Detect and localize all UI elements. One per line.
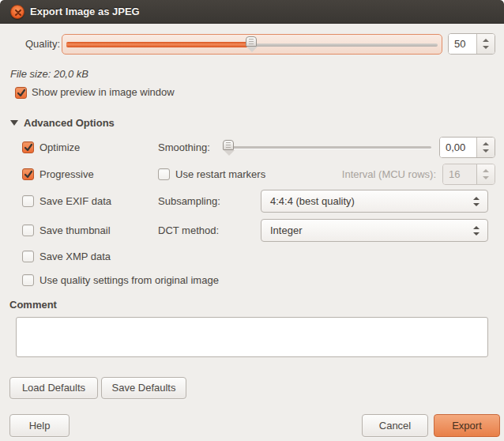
subsampling-label: Subsampling:: [158, 190, 220, 213]
interval-spin-arrows: [476, 164, 495, 184]
spin-up-icon[interactable]: [483, 39, 489, 42]
check-icon: [24, 143, 33, 153]
restart-markers-label[interactable]: Use restart markers: [175, 166, 265, 183]
close-icon: [13, 8, 23, 17]
cancel-button[interactable]: Cancel: [362, 414, 428, 437]
window-title: Export Image as JPEG: [30, 0, 140, 24]
advanced-options-header[interactable]: Advanced Options: [24, 117, 115, 129]
comment-label: Comment: [9, 299, 57, 311]
quality-spin-arrows[interactable]: [476, 34, 495, 54]
quality-label: Quality:: [25, 34, 60, 55]
interval-spinbox: 16: [442, 164, 495, 185]
progressive-label[interactable]: Progressive: [39, 166, 94, 183]
show-preview-checkbox[interactable]: [15, 87, 27, 99]
file-size-text: File size: 20,0 kB: [10, 68, 88, 80]
dct-method-value: Integer: [270, 224, 302, 236]
save-thumbnail-label[interactable]: Save thumbnail: [39, 219, 111, 242]
optimize-checkbox[interactable]: [22, 141, 34, 153]
help-button[interactable]: Help: [9, 414, 70, 437]
progressive-checkbox[interactable]: [22, 168, 34, 180]
dropdown-arrows-icon: [473, 197, 480, 206]
save-xmp-label[interactable]: Save XMP data: [39, 248, 111, 265]
smoothing-value[interactable]: 0,00: [440, 138, 476, 157]
spin-down-icon: [483, 176, 489, 179]
expander-arrow-icon[interactable]: [10, 120, 18, 126]
quality-value[interactable]: 50: [449, 34, 476, 54]
export-jpeg-dialog: Export Image as JPEG Quality: 50 File si…: [0, 0, 504, 441]
check-icon: [24, 170, 33, 179]
interval-value: 16: [443, 164, 476, 184]
smoothing-slider[interactable]: [228, 146, 431, 149]
dropdown-arrows-icon: [473, 226, 480, 236]
spin-down-icon[interactable]: [483, 46, 489, 49]
subsampling-dropdown[interactable]: 4:4:4 (best quality): [261, 190, 488, 213]
quality-slider-handle[interactable]: [246, 36, 258, 47]
dct-method-label: DCT method:: [158, 219, 219, 242]
restart-markers-checkbox[interactable]: [158, 168, 170, 180]
smoothing-spinbox[interactable]: 0,00: [439, 137, 495, 158]
spin-up-icon[interactable]: [483, 142, 489, 145]
save-exif-label[interactable]: Save EXIF data: [39, 190, 111, 213]
save-xmp-checkbox[interactable]: [22, 251, 34, 262]
dct-method-dropdown[interactable]: Integer: [261, 219, 488, 242]
interval-label: Interval (MCU rows):: [324, 166, 436, 183]
smoothing-spin-arrows[interactable]: [476, 138, 495, 157]
load-defaults-button[interactable]: Load Defaults: [9, 377, 98, 399]
save-exif-checkbox[interactable]: [22, 195, 34, 207]
save-defaults-button[interactable]: Save Defaults: [101, 377, 186, 399]
quality-spinbox[interactable]: 50: [448, 33, 495, 55]
save-thumbnail-checkbox[interactable]: [22, 224, 34, 236]
use-original-quality-checkbox[interactable]: [22, 274, 34, 286]
close-button[interactable]: [10, 5, 24, 19]
quality-track-fill: [66, 42, 254, 47]
titlebar[interactable]: Export Image as JPEG: [0, 0, 504, 24]
check-icon: [17, 89, 26, 98]
smoothing-slider-handle[interactable]: [223, 140, 235, 151]
subsampling-value: 4:4:4 (best quality): [270, 195, 355, 207]
use-original-quality-label[interactable]: Use quality settings from original image: [39, 272, 219, 288]
export-button[interactable]: Export: [434, 414, 500, 437]
comment-input[interactable]: [16, 317, 488, 357]
show-preview-label[interactable]: Show preview in image window: [32, 84, 175, 100]
spin-up-icon: [483, 169, 489, 172]
optimize-label[interactable]: Optimize: [39, 139, 80, 156]
smoothing-label: Smoothing:: [158, 139, 210, 156]
spin-down-icon[interactable]: [483, 149, 489, 153]
